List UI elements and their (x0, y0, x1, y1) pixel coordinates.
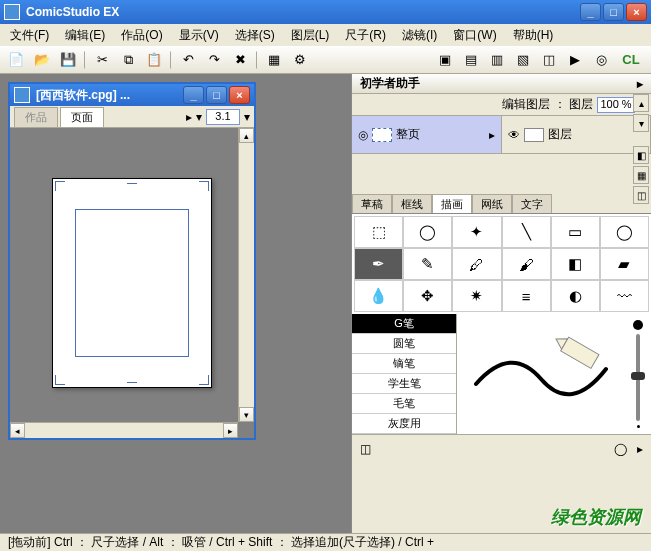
doc-close-button[interactable]: × (229, 86, 250, 104)
tab-frame[interactable]: 框线 (392, 194, 432, 213)
palette5-icon[interactable]: ◫ (539, 50, 559, 70)
nav-whole-page[interactable]: ◎ 整页 ▸ (352, 116, 502, 153)
page-options-icon[interactable]: ▾ (196, 110, 202, 124)
undo-icon[interactable]: ↶ (178, 50, 198, 70)
menu-ruler[interactable]: 尺子(R) (339, 25, 392, 46)
zoom-input[interactable]: 3.1 (206, 109, 240, 125)
slider-thumb[interactable] (631, 372, 645, 380)
swatch-icon[interactable]: ◫ (360, 442, 371, 456)
zoom-dropdown-icon[interactable]: ▾ (244, 110, 250, 124)
palette6-icon[interactable]: ▶ (565, 50, 585, 70)
doc-maximize-button[interactable]: □ (206, 86, 227, 104)
tab-page[interactable]: 页面 (60, 107, 104, 127)
side-action1-icon[interactable]: ◧ (633, 146, 649, 164)
delete-icon[interactable]: ✖ (230, 50, 250, 70)
tab-text[interactable]: 文字 (512, 194, 552, 213)
side-action3-icon[interactable]: ◫ (633, 186, 649, 204)
eraser-tool-icon[interactable]: ◧ (551, 248, 600, 280)
rect-tool-icon[interactable]: ▭ (551, 216, 600, 248)
brand-icon[interactable]: CL (617, 50, 645, 70)
expand-up-icon[interactable]: ▴ (633, 94, 649, 112)
palette2-icon[interactable]: ▤ (461, 50, 481, 70)
brush-maru[interactable]: 圆笔 (352, 334, 456, 354)
palette7-icon[interactable]: ◎ (591, 50, 611, 70)
brush-g-pen[interactable]: G笔 (352, 314, 456, 334)
lines-tool-icon[interactable]: ≡ (502, 280, 551, 312)
maximize-button[interactable]: □ (603, 3, 624, 21)
marker-tool-icon[interactable]: 🖊 (452, 248, 501, 280)
brush-gray[interactable]: 灰度用 (352, 414, 456, 434)
smudge-tool-icon[interactable]: 〰 (600, 280, 649, 312)
doc-tabs: 作品 页面 ▸ ▾ 3.1 ▾ (10, 106, 254, 128)
scroll-up-icon[interactable]: ▴ (239, 128, 254, 143)
nav-layer[interactable]: 👁 图层 (502, 116, 652, 153)
grid-icon[interactable]: ▦ (264, 50, 284, 70)
side-action2-icon[interactable]: ▦ (633, 166, 649, 184)
panel-options-icon[interactable]: ▸ (637, 77, 643, 91)
tab-work[interactable]: 作品 (14, 107, 58, 127)
new-icon[interactable]: 📄 (6, 50, 26, 70)
brush-tool-icon[interactable]: 🖌 (502, 248, 551, 280)
scroll-left-icon[interactable]: ◂ (10, 423, 25, 438)
tool-grid: ⬚ ◯ ✦ ╲ ▭ ◯ ✒ ✎ 🖊 🖌 ◧ ▰ 💧 ✥ ✷ ≡ ◐ (352, 214, 651, 314)
redo-icon[interactable]: ↷ (204, 50, 224, 70)
slider-track[interactable] (636, 334, 640, 421)
vertical-scrollbar[interactable]: ▴ ▾ (238, 128, 254, 422)
minimize-button[interactable]: _ (580, 3, 601, 21)
visibility-icon[interactable]: 👁 (508, 128, 520, 142)
menu-file[interactable]: 文件(F) (4, 25, 55, 46)
palette3-icon[interactable]: ▥ (487, 50, 507, 70)
menu-select[interactable]: 选择(S) (229, 25, 281, 46)
paste-icon[interactable]: 📋 (144, 50, 164, 70)
eyedropper-tool-icon[interactable]: 💧 (354, 280, 403, 312)
lasso-tool-icon[interactable]: ◯ (403, 216, 452, 248)
horizontal-scrollbar[interactable]: ◂ ▸ (10, 422, 238, 438)
line-tool-icon[interactable]: ╲ (502, 216, 551, 248)
prefs-icon[interactable]: ⚙ (290, 50, 310, 70)
save-icon[interactable]: 💾 (58, 50, 78, 70)
ellipse-tool-icon[interactable]: ◯ (600, 216, 649, 248)
gradient-tool-icon[interactable]: ◐ (551, 280, 600, 312)
cut-icon[interactable]: ✂ (92, 50, 112, 70)
pen-tool-icon[interactable]: ✒ (354, 248, 403, 280)
safe-frame (75, 209, 189, 357)
brush-kabura[interactable]: 镝笔 (352, 354, 456, 374)
menu-window[interactable]: 窗口(W) (447, 25, 502, 46)
copy-icon[interactable]: ⧉ (118, 50, 138, 70)
brush-school[interactable]: 学生笔 (352, 374, 456, 394)
tab-tone[interactable]: 网纸 (472, 194, 512, 213)
size-slider[interactable] (625, 314, 651, 434)
pencil-tool-icon[interactable]: ✎ (403, 248, 452, 280)
open-icon[interactable]: 📂 (32, 50, 52, 70)
tab-draft[interactable]: 草稿 (352, 194, 392, 213)
layer-label: 编辑图层 ： 图层 (502, 96, 593, 113)
separator (170, 51, 172, 69)
doc-minimize-button[interactable]: _ (183, 86, 204, 104)
opacity-input[interactable]: 100 % (597, 97, 635, 113)
marquee-tool-icon[interactable]: ⬚ (354, 216, 403, 248)
palette4-icon[interactable]: ▧ (513, 50, 533, 70)
palette1-icon[interactable]: ▣ (435, 50, 455, 70)
menu-layer[interactable]: 图层(L) (285, 25, 336, 46)
menu-edit[interactable]: 编辑(E) (59, 25, 111, 46)
chevron-right-icon[interactable]: ▸ (637, 442, 643, 456)
brush-fude[interactable]: 毛笔 (352, 394, 456, 414)
move-tool-icon[interactable]: ✥ (403, 280, 452, 312)
wand-tool-icon[interactable]: ✦ (452, 216, 501, 248)
menu-filter[interactable]: 滤镜(I) (396, 25, 443, 46)
menu-help[interactable]: 帮助(H) (507, 25, 560, 46)
scroll-down-icon[interactable]: ▾ (239, 407, 254, 422)
circle-size-icon[interactable]: ◯ (614, 442, 627, 456)
menu-work[interactable]: 作品(O) (115, 25, 168, 46)
page-nav-icon[interactable]: ▸ (186, 110, 192, 124)
fill-tool-icon[interactable]: ▰ (600, 248, 649, 280)
close-button[interactable]: × (626, 3, 647, 21)
burst-tool-icon[interactable]: ✷ (452, 280, 501, 312)
expand-down-icon[interactable]: ▾ (633, 114, 649, 132)
tab-draw[interactable]: 描画 (432, 194, 472, 213)
chevron-right-icon[interactable]: ▸ (489, 128, 495, 142)
scroll-right-icon[interactable]: ▸ (223, 423, 238, 438)
menu-view[interactable]: 显示(V) (173, 25, 225, 46)
page-canvas[interactable] (52, 178, 212, 388)
canvas-area[interactable]: ◂ ▸ ▴ ▾ (10, 128, 254, 438)
